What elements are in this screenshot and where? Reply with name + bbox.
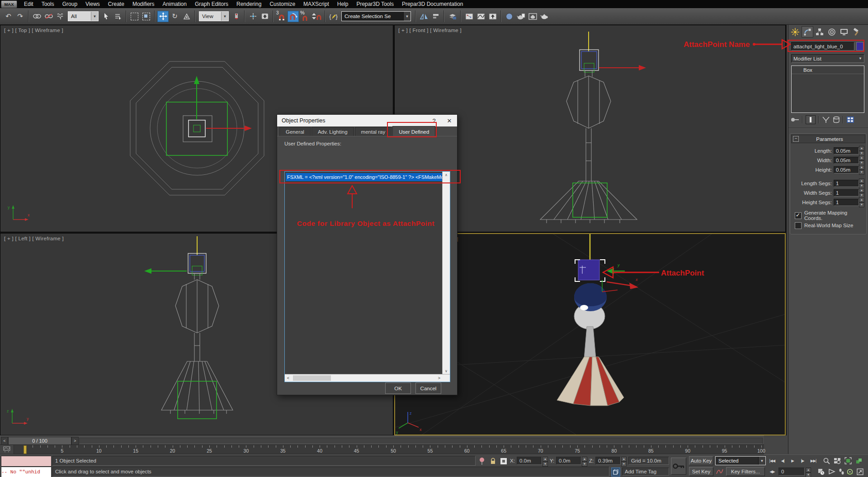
selection-filter-dropdown[interactable]: All ▼: [68, 11, 99, 21]
menu-item[interactable]: Tools: [38, 0, 58, 8]
select-and-manipulate-icon[interactable]: [247, 11, 259, 22]
named-selection-set-combo[interactable]: Create Selection Se ▼: [341, 11, 411, 21]
select-by-name-icon[interactable]: [112, 11, 123, 22]
show-end-result-icon[interactable]: [806, 115, 816, 124]
object-name-field[interactable]: attachpt_light_blue_0: [791, 42, 854, 51]
scrollbar-thumb[interactable]: [293, 375, 331, 381]
tab-utilities-icon[interactable]: [850, 26, 862, 37]
parameter-field[interactable]: 0.05m: [834, 147, 859, 154]
parameter-field[interactable]: 1: [834, 189, 859, 196]
user-defined-properties-textarea[interactable]: FSXML = <?xml version="1.0" encoding="IS…: [284, 171, 450, 382]
schematic-view-icon[interactable]: [487, 11, 498, 22]
time-configuration-icon[interactable]: [816, 468, 826, 476]
spinner-control[interactable]: ▲▼: [859, 146, 864, 156]
x-coordinate-field[interactable]: 0.0m: [517, 457, 542, 465]
go-to-start-icon[interactable]: |◀◀: [768, 457, 777, 465]
checkbox[interactable]: [795, 212, 802, 219]
menu-item[interactable]: MAXScript: [299, 0, 333, 8]
menu-item[interactable]: Prepar3D Documentation: [398, 0, 467, 8]
rendered-frame-window-icon[interactable]: [527, 11, 538, 22]
menu-item[interactable]: Graph Editors: [191, 0, 232, 8]
viewport-left-label[interactable]: [ + ] [ Left ] [ Wireframe ]: [4, 236, 64, 241]
render-setup-icon[interactable]: [515, 11, 527, 22]
make-unique-icon[interactable]: [822, 116, 830, 123]
zoom-extents-icon[interactable]: [844, 457, 853, 465]
bind-to-space-warp-icon[interactable]: [55, 11, 66, 22]
default-in-out-tangents-icon[interactable]: [715, 467, 724, 476]
z-spinner[interactable]: ▲▼: [621, 457, 627, 467]
pan-view-icon[interactable]: [827, 468, 836, 476]
key-filter-selection-dropdown[interactable]: Selected ▼: [715, 456, 766, 465]
selected-code-line[interactable]: FSXML = <?xml version="1.0" encoding="IS…: [286, 173, 445, 181]
track-bar[interactable]: 0510152025303540455055606570758085909510…: [0, 444, 764, 454]
maximize-viewport-toggle-icon[interactable]: [855, 468, 864, 476]
parameter-field[interactable]: 0.05m: [834, 157, 859, 164]
maxscript-listener-white[interactable]: -- No ""unhid: [1, 467, 52, 477]
max-application-button[interactable]: MAX: [1, 0, 17, 8]
dialog-tab[interactable]: General: [279, 127, 311, 136]
spinner-control[interactable]: ▲▼: [859, 178, 864, 188]
pin-stack-icon[interactable]: [790, 117, 799, 123]
graph-editors-icon[interactable]: [463, 11, 475, 22]
scroll-up-icon[interactable]: ∧: [443, 172, 450, 178]
render-production-icon[interactable]: [539, 11, 550, 22]
go-to-end-icon[interactable]: ▶▶|: [808, 457, 818, 465]
frame-spinner[interactable]: ▲▼: [806, 468, 811, 477]
play-animation-icon[interactable]: ▶: [788, 457, 797, 465]
scroll-right-icon[interactable]: >: [436, 374, 443, 382]
align-icon[interactable]: [430, 11, 441, 22]
help-button[interactable]: ?: [427, 115, 441, 126]
window-crossing-toggle-icon[interactable]: [141, 11, 152, 22]
dialog-tab[interactable]: mental ray: [355, 127, 392, 136]
scroll-down-icon[interactable]: ∨: [443, 368, 450, 374]
key-filters-button[interactable]: Key Filters...: [726, 467, 765, 476]
maxscript-listener-pink[interactable]: [1, 456, 52, 467]
percent-snap-toggle-icon[interactable]: %: [299, 11, 311, 22]
orbit-icon[interactable]: [845, 468, 854, 476]
modifier-stack[interactable]: Box: [791, 65, 864, 113]
mirror-icon[interactable]: [418, 11, 429, 22]
spinner-control[interactable]: ▲▼: [859, 188, 864, 198]
rectangular-selection-region-icon[interactable]: [129, 11, 140, 22]
reference-coordinate-system-dropdown[interactable]: View ▼: [199, 11, 229, 21]
configure-modifier-sets-icon[interactable]: [846, 116, 854, 123]
z-coordinate-field[interactable]: 0.39m: [595, 457, 621, 465]
tab-create-icon[interactable]: [789, 26, 801, 37]
close-button[interactable]: ✕: [443, 115, 456, 126]
isolate-selection-icon[interactable]: [477, 457, 486, 465]
current-frame-field[interactable]: 0: [778, 468, 805, 476]
select-object-icon[interactable]: [100, 11, 112, 22]
viewport-top-label[interactable]: [ + ] [ Top ] [ Wireframe ]: [4, 28, 63, 33]
menu-item[interactable]: Rendering: [232, 0, 265, 8]
modifier-list-dropdown[interactable]: Modifier List ▼: [791, 54, 864, 63]
checkbox[interactable]: [795, 222, 802, 229]
menu-item[interactable]: Edit: [20, 0, 38, 8]
y-spinner[interactable]: ▲▼: [582, 457, 587, 467]
keyboard-shortcut-override-icon[interactable]: [259, 11, 270, 22]
previous-key-icon[interactable]: ◀|: [778, 457, 787, 465]
time-slider-track[interactable]: [79, 438, 763, 444]
tab-modify-icon[interactable]: [802, 26, 813, 37]
absolute-mode-transform-icon[interactable]: [499, 457, 508, 465]
select-and-scale-icon[interactable]: [181, 11, 192, 22]
parameter-field[interactable]: 1: [834, 199, 859, 206]
modifier-stack-item[interactable]: Box: [792, 66, 864, 74]
parameters-rollout-header[interactable]: – Parameters: [791, 135, 865, 143]
ok-button[interactable]: OK: [385, 383, 411, 394]
time-slider-handle[interactable]: 0 / 100: [8, 437, 71, 445]
parameter-field[interactable]: 0.05m: [834, 166, 859, 173]
next-key-icon[interactable]: |▶: [798, 457, 807, 465]
angle-snap-toggle-icon[interactable]: [288, 11, 299, 22]
horizontal-scrollbar[interactable]: < >: [285, 374, 450, 382]
spinner-control[interactable]: ▲▼: [859, 197, 864, 207]
set-key-button[interactable]: Set Key: [689, 467, 713, 476]
cancel-button[interactable]: Cancel: [415, 383, 441, 394]
menu-item[interactable]: Help: [333, 0, 353, 8]
time-tag-icon[interactable]: [611, 468, 620, 477]
auto-key-button[interactable]: Auto Key: [689, 456, 713, 465]
current-frame-marker[interactable]: [24, 445, 27, 454]
menu-item[interactable]: Views: [81, 0, 104, 8]
y-coordinate-field[interactable]: 0.0m: [556, 457, 581, 465]
zoom-all-icon[interactable]: [833, 457, 842, 465]
tab-display-icon[interactable]: [838, 26, 850, 37]
